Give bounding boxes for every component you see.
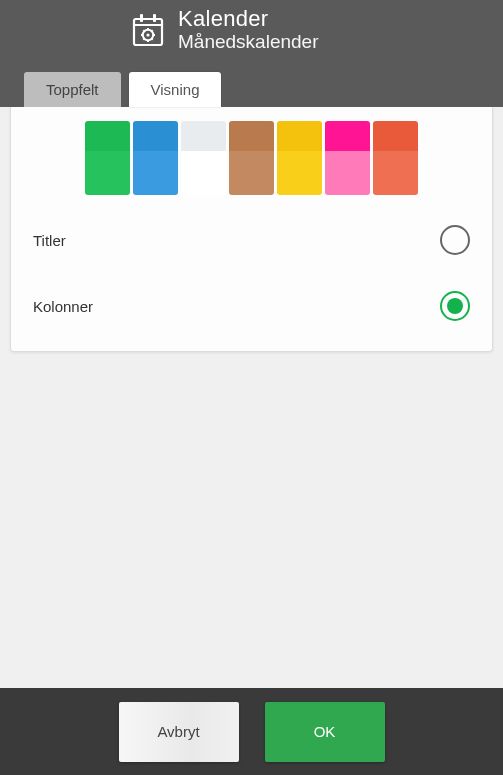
settings-panel: Titler Kolonner	[10, 107, 493, 352]
svg-line-13	[143, 38, 144, 39]
swatch-top	[325, 121, 370, 151]
radio-kolonner[interactable]	[440, 291, 470, 321]
svg-line-10	[143, 30, 144, 31]
footer: Avbryt OK	[0, 688, 503, 775]
color-swatch-1[interactable]	[133, 121, 178, 195]
swatch-top	[277, 121, 322, 151]
svg-rect-3	[153, 14, 156, 22]
color-swatch-2[interactable]	[181, 121, 226, 195]
color-swatch-6[interactable]	[373, 121, 418, 195]
option-kolonner[interactable]: Kolonner	[11, 273, 492, 339]
svg-point-5	[146, 33, 149, 36]
swatch-top	[133, 121, 178, 151]
option-kolonner-label: Kolonner	[33, 298, 93, 315]
svg-rect-2	[140, 14, 143, 22]
ok-button[interactable]: OK	[265, 702, 385, 762]
color-swatch-4[interactable]	[277, 121, 322, 195]
swatch-bottom	[277, 151, 322, 195]
content-area: Titler Kolonner	[0, 107, 503, 688]
header: Kalender Månedskalender Toppfelt Visning	[0, 0, 503, 107]
subtitle-text: Månedskalender	[178, 31, 318, 53]
swatch-top	[85, 121, 130, 151]
color-swatch-5[interactable]	[325, 121, 370, 195]
radio-kolonner-dot	[447, 298, 463, 314]
color-swatch-3[interactable]	[229, 121, 274, 195]
swatch-bottom	[85, 151, 130, 195]
tab-toppfelt[interactable]: Toppfelt	[24, 72, 121, 107]
swatch-bottom	[373, 151, 418, 195]
svg-line-11	[151, 38, 152, 39]
option-titler-label: Titler	[33, 232, 66, 249]
swatch-top	[229, 121, 274, 151]
radio-titler[interactable]	[440, 225, 470, 255]
swatch-bottom	[133, 151, 178, 195]
swatch-bottom	[181, 151, 226, 195]
header-title-row: Kalender Månedskalender	[0, 0, 503, 53]
color-swatch-0[interactable]	[85, 121, 130, 195]
swatch-bottom	[325, 151, 370, 195]
color-swatches	[11, 107, 492, 207]
swatch-top	[181, 121, 226, 151]
app-title: Kalender Månedskalender	[178, 6, 318, 53]
tab-visning[interactable]: Visning	[129, 72, 222, 107]
option-titler[interactable]: Titler	[11, 207, 492, 273]
title-text: Kalender	[178, 6, 318, 31]
swatch-top	[373, 121, 418, 151]
tabs: Toppfelt Visning	[24, 72, 221, 107]
svg-line-12	[151, 30, 152, 31]
swatch-bottom	[229, 151, 274, 195]
calendar-gear-icon	[128, 10, 168, 50]
cancel-button[interactable]: Avbryt	[119, 702, 239, 762]
